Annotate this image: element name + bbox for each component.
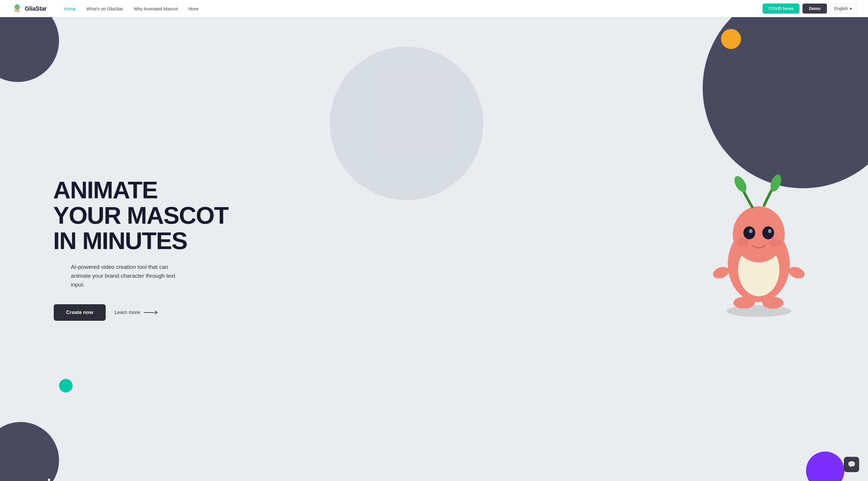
navbar: GliaStar Home What's on GliaStar Why Ani…: [0, 0, 868, 17]
decorative-circle-orange: [721, 29, 741, 49]
svg-point-11: [733, 206, 785, 262]
learn-more-label: Learn more: [115, 310, 140, 316]
svg-point-14: [743, 226, 755, 239]
logo-text: GliaStar: [25, 5, 46, 12]
svg-point-12: [736, 238, 749, 247]
svg-point-9: [733, 297, 755, 309]
hero-section: ANIMATE YOUR MASCOT IN MINUTES AI-powere…: [0, 17, 868, 481]
lang-label: English: [834, 6, 848, 11]
demo-button[interactable]: Demo: [802, 4, 827, 13]
hero-description: AI-powered video creation tool that can …: [53, 263, 183, 289]
nav-home[interactable]: Home: [58, 6, 81, 11]
decorative-circle-light-center: [330, 46, 483, 200]
svg-point-4: [726, 305, 791, 317]
svg-point-8: [787, 265, 806, 281]
hero-title-line3: IN MINUTES: [53, 227, 187, 254]
mascot-character: [697, 172, 821, 320]
learn-more-link[interactable]: Learn more: [115, 310, 159, 316]
hero-title-line1: ANIMATE: [53, 177, 157, 203]
hero-title: ANIMATE YOUR MASCOT IN MINUTES: [53, 178, 228, 254]
nav-whats-on[interactable]: What's on GliaStar: [81, 6, 128, 11]
nav-right: COVID News Demo English ▾: [763, 4, 856, 13]
svg-point-17: [768, 229, 771, 233]
decorative-circle-top-left: [0, 17, 59, 82]
nav-more[interactable]: More: [183, 6, 204, 11]
create-now-button[interactable]: Create now: [54, 304, 106, 321]
nav-why-mascot[interactable]: Why Animated Mascot: [128, 6, 183, 11]
chevron-down-icon: ▾: [850, 6, 852, 11]
svg-point-16: [762, 226, 774, 239]
logo-icon: [12, 3, 23, 14]
hero-actions: Create now Learn more: [53, 304, 228, 321]
decorative-circle-bottom-left: [0, 422, 59, 481]
mascot-svg: [697, 172, 821, 320]
decorative-circle-teal: [59, 379, 73, 392]
logo-link[interactable]: GliaStar: [12, 3, 46, 14]
svg-point-10: [762, 297, 783, 309]
svg-point-15: [749, 229, 752, 233]
covid-news-button[interactable]: COVID News: [763, 4, 800, 13]
chat-icon: 💬: [848, 461, 856, 468]
chat-bubble-button[interactable]: 💬: [844, 457, 859, 472]
arrow-icon: [144, 310, 159, 315]
svg-point-7: [712, 265, 731, 281]
hero-content: ANIMATE YOUR MASCOT IN MINUTES AI-powere…: [0, 160, 228, 338]
language-selector[interactable]: English ▾: [830, 4, 856, 13]
decorative-circle-purple: [806, 451, 844, 481]
svg-point-13: [769, 238, 781, 247]
svg-point-18: [732, 174, 749, 194]
nav-links: Home What's on GliaStar Why Animated Mas…: [58, 6, 763, 11]
hero-title-line2: YOUR MASCOT: [53, 202, 228, 229]
